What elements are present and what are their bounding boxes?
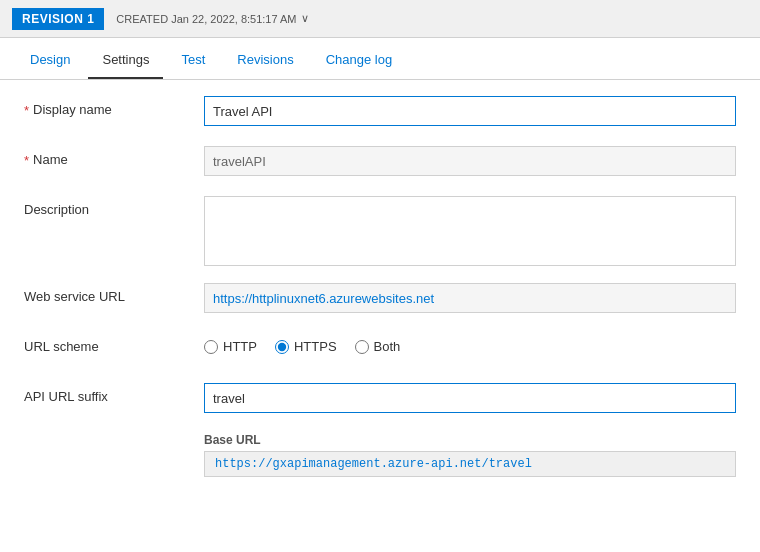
api-url-suffix-label: API URL suffix <box>24 389 108 404</box>
radio-https-option[interactable]: HTTPS <box>275 339 337 354</box>
name-input[interactable] <box>204 146 736 176</box>
url-scheme-input-col: HTTP HTTPS Both <box>204 333 736 354</box>
description-label-col: Description <box>24 196 204 217</box>
web-service-url-label: Web service URL <box>24 289 125 304</box>
radio-http-label: HTTP <box>223 339 257 354</box>
description-row: Description <box>24 196 736 269</box>
tab-changelog[interactable]: Change log <box>312 42 407 79</box>
display-name-label: Display name <box>33 102 112 117</box>
api-url-suffix-input-col <box>204 383 736 413</box>
tab-settings[interactable]: Settings <box>88 42 163 79</box>
radio-both-label: Both <box>374 339 401 354</box>
revision-badge: REVISION 1 <box>12 8 104 30</box>
base-url-value: https://gxapimanagement.azure-api.net/tr… <box>204 451 736 477</box>
chevron-down-icon[interactable]: ∨ <box>301 12 309 25</box>
radio-http[interactable] <box>204 340 218 354</box>
description-input-col <box>204 196 736 269</box>
display-name-row: * Display name <box>24 96 736 132</box>
required-star-display-name: * <box>24 103 29 118</box>
tab-design[interactable]: Design <box>16 42 84 79</box>
tab-bar: Design Settings Test Revisions Change lo… <box>0 38 760 80</box>
api-url-suffix-label-col: API URL suffix <box>24 383 204 404</box>
created-label: CREATED Jan 22, 2022, 8:51:17 AM <box>116 13 296 25</box>
url-scheme-label-col: URL scheme <box>24 333 204 354</box>
url-scheme-label: URL scheme <box>24 339 99 354</box>
url-scheme-row: URL scheme HTTP HTTPS Both <box>24 333 736 369</box>
radio-both-option[interactable]: Both <box>355 339 401 354</box>
name-label-col: * Name <box>24 146 204 168</box>
web-service-url-input[interactable] <box>204 283 736 313</box>
form-area: * Display name * Name Description Web se… <box>0 80 760 507</box>
display-name-input[interactable] <box>204 96 736 126</box>
name-input-col <box>204 146 736 176</box>
base-url-input-col: Base URL https://gxapimanagement.azure-a… <box>204 433 736 477</box>
tab-test[interactable]: Test <box>167 42 219 79</box>
display-name-input-col <box>204 96 736 126</box>
web-service-url-input-col <box>204 283 736 313</box>
url-scheme-radio-group: HTTP HTTPS Both <box>204 333 736 354</box>
top-bar: REVISION 1 CREATED Jan 22, 2022, 8:51:17… <box>0 0 760 38</box>
radio-http-option[interactable]: HTTP <box>204 339 257 354</box>
name-row: * Name <box>24 146 736 182</box>
radio-https[interactable] <box>275 340 289 354</box>
base-url-label-col <box>24 433 204 439</box>
name-label: Name <box>33 152 68 167</box>
description-textarea[interactable] <box>204 196 736 266</box>
web-service-url-label-col: Web service URL <box>24 283 204 304</box>
display-name-label-col: * Display name <box>24 96 204 118</box>
base-url-label: Base URL <box>204 433 736 447</box>
api-url-suffix-input[interactable] <box>204 383 736 413</box>
description-label: Description <box>24 202 89 217</box>
api-url-suffix-row: API URL suffix <box>24 383 736 419</box>
base-url-row: Base URL https://gxapimanagement.azure-a… <box>24 433 736 477</box>
created-info: CREATED Jan 22, 2022, 8:51:17 AM ∨ <box>116 12 308 25</box>
radio-https-label: HTTPS <box>294 339 337 354</box>
tab-revisions[interactable]: Revisions <box>223 42 307 79</box>
radio-both[interactable] <box>355 340 369 354</box>
web-service-url-row: Web service URL <box>24 283 736 319</box>
required-star-name: * <box>24 153 29 168</box>
